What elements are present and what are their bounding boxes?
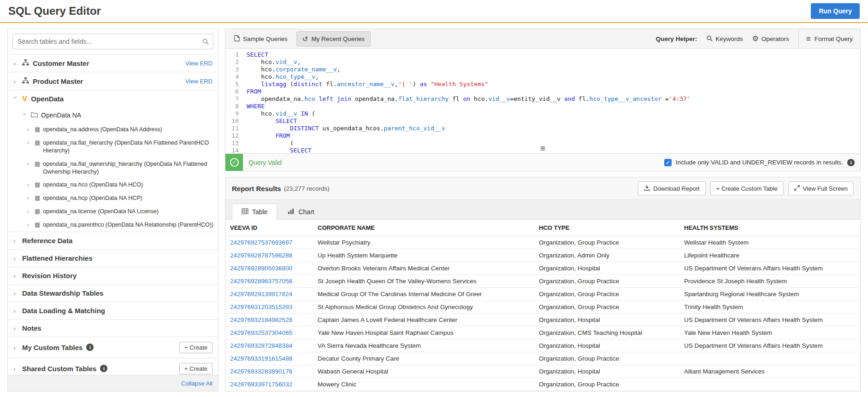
query-status-bar: ✓ Query Valid ✓ Include only VALID and U… (225, 154, 861, 171)
health-systems-cell: US Department Of Veterans Affairs Health… (679, 262, 860, 275)
sidebar-section[interactable]: › Revision History (8, 267, 218, 284)
download-icon (644, 185, 650, 192)
view-erd-link[interactable]: View ERD (185, 78, 213, 85)
health-systems-cell (679, 391, 860, 391)
sql-editor[interactable]: 1234567891011121314 SELECT hco.vid__v, h… (225, 49, 861, 154)
veeva-id-link[interactable]: 242976932872848384 (230, 342, 292, 349)
valid-records-checkbox[interactable]: ✓ (664, 159, 672, 166)
button-label: + Create Custom Table (716, 185, 778, 192)
view-erd-link[interactable]: View ERD (185, 60, 213, 67)
table-row: 242976933971756032 Mowery Clinic Organiz… (225, 378, 860, 391)
download-report-button[interactable]: Download Report (638, 181, 705, 195)
view-full-screen-button[interactable]: View Full Screen (788, 181, 854, 195)
sidebar-section[interactable]: › Data Loading & Matching (8, 302, 218, 319)
customer-master-icon (22, 59, 29, 67)
button-label: My Recent Queries (311, 35, 365, 42)
collapse-all-link[interactable]: Collapse All (181, 380, 213, 387)
corporate-name-cell: Wabash General Hospital (313, 365, 534, 378)
sample-queries-button[interactable]: Sample Queries (228, 31, 294, 47)
chevron-right-icon: › (27, 209, 32, 214)
run-query-button[interactable]: Run Query (811, 3, 860, 19)
veeva-id-link[interactable]: 242976932184982528 (230, 316, 292, 323)
sidebar-table-item[interactable]: › ▦ opendata_na.flat_ownership_hierarchy… (8, 158, 218, 179)
table-icon: ▦ (35, 181, 40, 189)
health-systems-cell (679, 378, 860, 391)
code-line: WHERE (247, 103, 856, 110)
line-number: 2 (225, 58, 239, 66)
tab-label: Chart (298, 208, 314, 216)
recent-queries-button[interactable]: ↺ My Recent Queries (296, 31, 371, 47)
line-number: 6 (225, 88, 239, 95)
section-label: Data Stewardship Tables (22, 289, 103, 297)
section-list: › Reference Data › Flattened Hierarchies… (8, 232, 218, 337)
corporate-name-cell: Mowery Clinic (313, 378, 534, 391)
line-number: 7 (225, 95, 239, 103)
resize-handle-icon[interactable]: ≡ (540, 144, 545, 152)
custom-tables-list: › My Custom Tables i + Create › Shared C… (8, 337, 218, 375)
info-icon[interactable]: i (86, 344, 94, 351)
sidebar-item-opendata[interactable]: › V OpenData (8, 90, 218, 107)
corporate-name-cell: Texas Tech University Health Science Cen… (313, 391, 534, 391)
chevron-right-icon: › (27, 222, 32, 228)
chevron-right-icon: › (27, 140, 32, 146)
button-label: View Full Screen (803, 185, 848, 192)
sidebar-table-item[interactable]: › ▦ opendata_na.parenthco (OpenData NA R… (8, 218, 218, 232)
create-table-button[interactable]: + Create (179, 363, 213, 374)
table-row: 242976928963757056 St Joseph Health Quee… (225, 275, 860, 288)
info-icon[interactable]: i (100, 365, 107, 372)
sidebar-item-product-master[interactable]: › Product Master View ERD (8, 72, 218, 90)
query-helper-group: Query Helper: Keywords ⚙ Operators ≡ For… (656, 29, 860, 48)
sidebar-section[interactable]: › Notes (8, 319, 218, 337)
veeva-id-link[interactable]: 242976932537304065 (230, 329, 292, 336)
veeva-id-link[interactable]: 242976929139917824 (230, 291, 292, 298)
create-table-button[interactable]: + Create (179, 342, 213, 353)
sidebar-custom-section[interactable]: › Shared Custom Tables i + Create (8, 358, 218, 375)
tab-table[interactable]: Table (232, 204, 277, 220)
button-label: Download Report (653, 185, 699, 192)
sidebar-custom-section[interactable]: › My Custom Tables i + Create (8, 337, 218, 358)
sidebar-item-opendata-na[interactable]: › OpenData NA (8, 107, 218, 123)
line-number: 1 (225, 51, 239, 58)
sidebar-item-customer-master[interactable]: › Customer Master View ERD (8, 54, 218, 72)
veeva-id-link[interactable]: 242976933283890176 (230, 368, 292, 375)
col-health-systems: HEALTH SYSTEMS (679, 220, 860, 236)
health-systems-cell: US Department Of Veterans Affairs Health… (679, 339, 860, 352)
veeva-id-link[interactable]: 242976928787596288 (230, 252, 292, 259)
table-icon: ▦ (35, 194, 40, 202)
app-window: SQL Query Editor Run Query › Customer Ma… (0, 0, 868, 397)
operators-helper[interactable]: ⚙ Operators (752, 35, 789, 42)
info-icon[interactable]: i (847, 159, 855, 166)
code-line: SELECT (247, 117, 856, 125)
tab-chart[interactable]: Chart (278, 204, 324, 220)
line-number: 12 (225, 132, 239, 140)
sidebar-table-item[interactable]: › ▦ opendata_na.license (OpenData NA Lic… (8, 205, 218, 218)
health-systems-cell: Alliant Management Services (679, 365, 860, 378)
chevron-down-icon: › (22, 113, 29, 118)
veeva-id-link[interactable]: 242976928905036800 (230, 265, 292, 272)
sidebar-section[interactable]: › Reference Data (8, 232, 218, 249)
search-input[interactable] (12, 34, 213, 49)
sidebar-table-item[interactable]: › ▦ opendata_na.hco (OpenData NA HCO) (8, 178, 218, 192)
sql-code[interactable]: SELECT hco.vid__v, hco.corporate_name__v… (242, 49, 860, 153)
chevron-right-icon: › (13, 344, 18, 351)
veeva-id-link[interactable]: 242976927537693697 (230, 239, 292, 246)
sidebar-table-item[interactable]: › ▦ opendata_na.flat_hierarchy (OpenData… (8, 136, 218, 158)
sidebar-table-item[interactable]: › ▦ opendata_na.hcp (OpenData NA HCP) (8, 192, 218, 205)
veeva-id-link[interactable]: 242976928963757056 (230, 278, 292, 285)
section-label: Shared Custom Tables (22, 365, 96, 373)
create-custom-table-button[interactable]: + Create Custom Table (710, 181, 784, 195)
code-line: hco.corporate_name__v, (247, 66, 856, 73)
veeva-id-link[interactable]: 242976933971756032 (230, 381, 292, 388)
veeva-id-link[interactable]: 242976931203515393 (230, 304, 292, 310)
sidebar-section[interactable]: › Flattened Hierarchies (8, 249, 218, 267)
sidebar-section[interactable]: › Data Stewardship Tables (8, 284, 218, 302)
table-row: 242976927537693697 Wellstar Psychiatry O… (225, 236, 860, 249)
sidebar-table-item[interactable]: › ▦ opendata_na.address (OpenData NA Add… (8, 123, 218, 136)
gear-icon: ⚙ (752, 35, 758, 42)
veeva-id-link[interactable]: 242976933191615488 (230, 355, 292, 362)
line-number: 13 (225, 140, 239, 147)
hco-type-cell: Organization, Hospital (534, 339, 679, 352)
format-query-button[interactable]: ≡ Format Query (798, 29, 860, 48)
helper-label: Format Query (815, 35, 853, 42)
keywords-helper[interactable]: Keywords (706, 35, 743, 43)
